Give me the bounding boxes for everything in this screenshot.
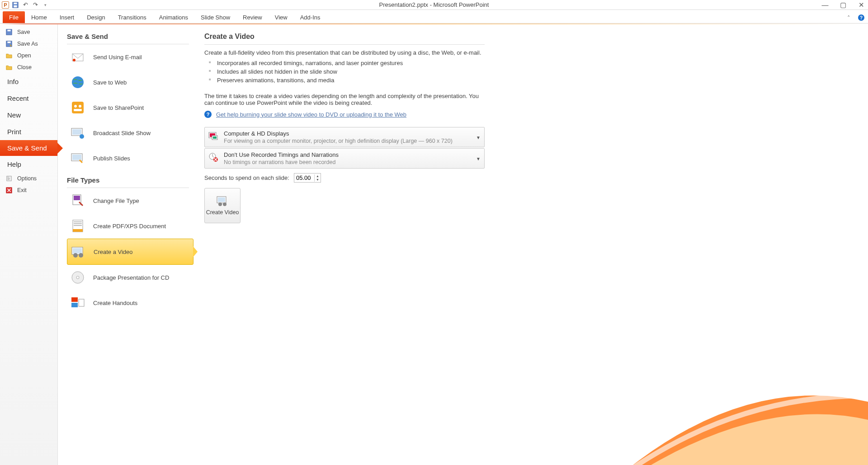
svg-point-49: [223, 202, 226, 206]
seconds-input[interactable]: [294, 174, 314, 182]
dropdown-display-title: Computer & HD Displays: [224, 130, 472, 137]
create-video-button-label: Create Video: [206, 209, 239, 216]
dropdown-arrow-icon: ▼: [476, 135, 481, 140]
dropdown-timings[interactable]: Don't Use Recorded Timings and Narration…: [204, 148, 485, 169]
nav-save[interactable]: Save: [0, 26, 57, 38]
ribbon-minimize-icon[interactable]: ˄: [847, 14, 854, 21]
svg-rect-29: [74, 225, 82, 226]
nav-recent[interactable]: Recent: [0, 90, 57, 107]
tab-add-ins[interactable]: Add-Ins: [294, 11, 327, 23]
globe-icon: [71, 75, 85, 89]
help-info-icon: ?: [204, 111, 212, 118]
save-send-options: Save & Send Send Using E-mail Save to We…: [58, 24, 193, 465]
svg-rect-23: [72, 155, 81, 160]
tab-insert[interactable]: Insert: [53, 11, 81, 23]
svg-rect-27: [74, 221, 82, 222]
title-bar: P ↶ ↷ ▾ Presentation2.pptx - Microsoft P…: [0, 0, 868, 10]
svg-rect-43: [213, 136, 217, 139]
display-size-icon: [208, 131, 218, 141]
opt-send-email[interactable]: Send Using E-mail: [67, 44, 189, 70]
tab-design[interactable]: Design: [80, 11, 111, 23]
dropdown-timings-sub: No timings or narrations have been recor…: [224, 159, 472, 165]
broadcast-icon: [71, 126, 85, 140]
svg-point-17: [79, 105, 81, 108]
nav-options[interactable]: Options: [0, 173, 57, 184]
feature-list: Incorporates all recorded timings, narra…: [209, 59, 854, 85]
svg-point-48: [218, 202, 222, 206]
panel-lead: Create a full-fidelity video from this p…: [204, 49, 485, 56]
nav-close[interactable]: Close: [0, 61, 57, 73]
options-icon: [5, 175, 13, 182]
close-button[interactable]: ✕: [857, 1, 865, 9]
nav-info[interactable]: Info: [0, 73, 57, 90]
nav-save-send[interactable]: Save & Send: [0, 140, 57, 156]
window-controls: — ▢ ✕: [821, 1, 865, 9]
create-video-panel: Create a Video Create a full-fidelity vi…: [193, 24, 868, 465]
feature-item: Incorporates all recorded timings, narra…: [209, 59, 854, 67]
tab-view[interactable]: View: [269, 11, 294, 23]
nav-print[interactable]: Print: [0, 123, 57, 140]
close-folder-icon: [5, 64, 13, 71]
minimize-button[interactable]: —: [821, 1, 829, 9]
decorative-swoosh: [633, 348, 868, 465]
spinner-down-icon[interactable]: ▼: [315, 178, 321, 182]
nav-open[interactable]: Open: [0, 50, 57, 61]
nav-exit[interactable]: Exit: [0, 184, 57, 196]
qat-save-icon[interactable]: [12, 1, 19, 9]
tab-animations[interactable]: Animations: [153, 11, 194, 23]
seconds-spinner[interactable]: ▲▼: [294, 173, 321, 183]
help-icon[interactable]: ?: [858, 14, 864, 21]
opt-change-file-type[interactable]: Change File Type: [67, 188, 189, 213]
file-types-header: File Types: [67, 176, 189, 188]
svg-rect-4: [8, 30, 11, 32]
help-link[interactable]: Get help burning your slide show video t…: [216, 111, 406, 118]
spinner-arrows[interactable]: ▲▼: [314, 174, 321, 182]
save-send-header: Save & Send: [67, 33, 189, 44]
nav-help[interactable]: Help: [0, 156, 57, 173]
create-video-button[interactable]: Create Video: [204, 188, 241, 223]
dropdown-display-sub: For viewing on a computer monitor, proje…: [224, 138, 472, 144]
timings-icon: [208, 152, 218, 162]
create-video-icon: [71, 244, 85, 259]
change-file-type-icon: [71, 193, 85, 208]
opt-create-video[interactable]: Create a Video: [67, 239, 193, 265]
nav-save-as[interactable]: Save As: [0, 38, 57, 50]
nav-save-label: Save: [17, 29, 30, 35]
opt-handouts[interactable]: Create Handouts: [67, 290, 189, 315]
save-as-icon: [5, 40, 13, 47]
nav-exit-label: Exit: [17, 187, 27, 193]
backstage-left-nav: Save Save As Open Close Info Recent New …: [0, 24, 58, 465]
qat-redo-icon[interactable]: ↷: [32, 1, 39, 9]
svg-rect-6: [8, 42, 11, 43]
svg-point-14: [72, 76, 84, 88]
opt-save-web[interactable]: Save to Web: [67, 70, 189, 95]
nav-options-label: Options: [17, 175, 37, 182]
maximize-button[interactable]: ▢: [839, 1, 847, 9]
opt-pdf-xps[interactable]: Create PDF/XPS Document: [67, 213, 189, 239]
nav-new[interactable]: New: [0, 107, 57, 123]
svg-rect-18: [74, 109, 82, 111]
help-row: ? Get help burning your slide show video…: [204, 111, 854, 118]
svg-rect-47: [218, 197, 225, 202]
create-video-button-icon: [216, 196, 229, 207]
panel-note: The time it takes to create a video vari…: [204, 93, 485, 106]
opt-create-video-label: Create a Video: [94, 249, 133, 255]
svg-rect-32: [73, 248, 82, 254]
qat-undo-icon[interactable]: ↶: [22, 1, 29, 9]
tab-file[interactable]: File: [3, 11, 25, 23]
opt-save-sharepoint[interactable]: Save to SharePoint: [67, 95, 189, 120]
opt-broadcast[interactable]: Broadcast Slide Show: [67, 120, 189, 146]
nav-close-label: Close: [17, 64, 32, 70]
tab-transitions[interactable]: Transitions: [112, 11, 153, 23]
qat-customize-icon[interactable]: ▾: [42, 1, 49, 9]
opt-publish[interactable]: Publish Slides: [67, 146, 189, 171]
dropdown-display-size[interactable]: Computer & HD Displays For viewing on a …: [204, 127, 485, 147]
tab-slide-show[interactable]: Slide Show: [194, 11, 236, 23]
opt-send-email-label: Send Using E-mail: [93, 54, 142, 61]
spinner-up-icon[interactable]: ▲: [315, 174, 321, 178]
tab-review[interactable]: Review: [236, 11, 269, 23]
tab-home[interactable]: Home: [25, 11, 53, 23]
opt-package-cd[interactable]: Package Presentation for CD: [67, 265, 189, 290]
svg-rect-38: [71, 303, 78, 307]
open-icon: [5, 52, 13, 59]
